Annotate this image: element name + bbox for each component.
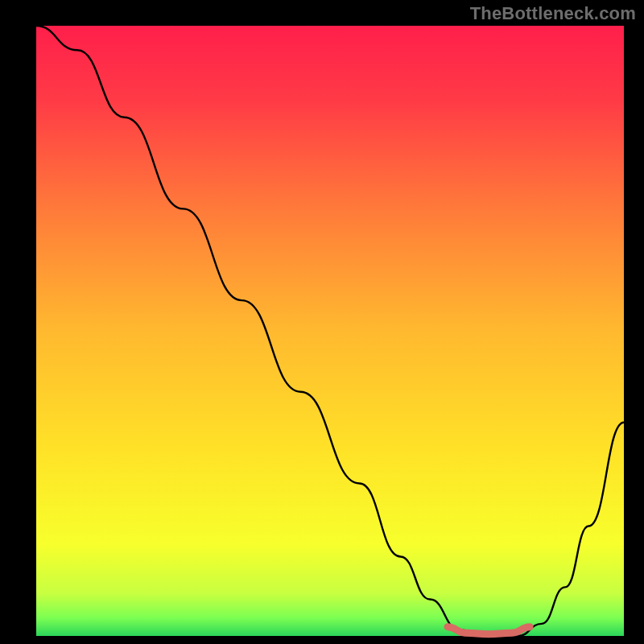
chart-svg bbox=[0, 0, 644, 644]
chart-container: TheBottleneck.com bbox=[0, 0, 644, 644]
